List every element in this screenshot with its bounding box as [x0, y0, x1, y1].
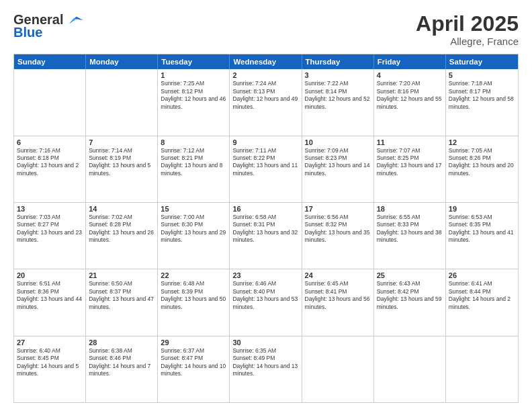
calendar-cell: 20Sunrise: 6:51 AM Sunset: 8:36 PM Dayli… [14, 269, 86, 335]
day-info: Sunrise: 6:53 AM Sunset: 8:35 PM Dayligh… [449, 214, 515, 244]
header-day-sunday: Sunday [14, 54, 86, 69]
page: General Blue April 2025 Allegre, France … [0, 0, 532, 411]
day-number: 26 [449, 271, 515, 279]
day-number: 8 [161, 138, 226, 146]
day-number: 7 [89, 138, 154, 146]
day-info: Sunrise: 6:56 AM Sunset: 8:32 PM Dayligh… [305, 214, 371, 244]
calendar-cell: 29Sunrise: 6:37 AM Sunset: 8:47 PM Dayli… [158, 336, 230, 402]
calendar-cell: 4Sunrise: 7:20 AM Sunset: 8:16 PM Daylig… [374, 69, 446, 135]
header-day-friday: Friday [374, 54, 446, 69]
day-info: Sunrise: 7:05 AM Sunset: 8:26 PM Dayligh… [449, 147, 515, 178]
calendar-cell: 1Sunrise: 7:25 AM Sunset: 8:12 PM Daylig… [158, 69, 230, 135]
day-number: 3 [305, 71, 371, 79]
calendar-cell: 9Sunrise: 7:11 AM Sunset: 8:22 PM Daylig… [230, 136, 302, 202]
calendar-cell: 26Sunrise: 6:41 AM Sunset: 8:44 PM Dayli… [446, 269, 518, 335]
calendar-cell: 16Sunrise: 6:58 AM Sunset: 8:31 PM Dayli… [230, 203, 302, 269]
calendar-week-1: 6Sunrise: 7:16 AM Sunset: 8:18 PM Daylig… [14, 136, 518, 202]
calendar-cell [302, 336, 374, 402]
calendar-cell: 14Sunrise: 7:02 AM Sunset: 8:28 PM Dayli… [86, 203, 158, 269]
day-info: Sunrise: 7:11 AM Sunset: 8:22 PM Dayligh… [232, 147, 298, 178]
calendar-cell: 19Sunrise: 6:53 AM Sunset: 8:35 PM Dayli… [446, 203, 518, 269]
calendar-cell: 11Sunrise: 7:07 AM Sunset: 8:25 PM Dayli… [374, 136, 446, 202]
day-info: Sunrise: 7:25 AM Sunset: 8:12 PM Dayligh… [161, 80, 226, 111]
calendar-cell: 2Sunrise: 7:24 AM Sunset: 8:13 PM Daylig… [230, 69, 302, 135]
day-number: 28 [89, 338, 154, 347]
header-day-tuesday: Tuesday [158, 54, 230, 69]
day-number: 21 [89, 271, 154, 279]
calendar: SundayMondayTuesdayWednesdayThursdayFrid… [13, 54, 519, 403]
day-info: Sunrise: 7:02 AM Sunset: 8:28 PM Dayligh… [89, 214, 154, 244]
calendar-week-2: 13Sunrise: 7:03 AM Sunset: 8:27 PM Dayli… [14, 202, 518, 269]
day-info: Sunrise: 7:07 AM Sunset: 8:25 PM Dayligh… [377, 147, 443, 178]
day-info: Sunrise: 7:03 AM Sunset: 8:27 PM Dayligh… [17, 214, 83, 244]
day-number: 13 [17, 205, 83, 213]
day-number: 27 [17, 338, 83, 347]
day-number: 10 [305, 138, 371, 146]
day-info: Sunrise: 6:40 AM Sunset: 8:45 PM Dayligh… [17, 347, 83, 378]
calendar-cell: 18Sunrise: 6:55 AM Sunset: 8:33 PM Dayli… [374, 203, 446, 269]
header-day-monday: Monday [86, 54, 158, 69]
day-number: 17 [305, 205, 371, 213]
calendar-cell [446, 336, 518, 402]
day-number: 25 [377, 271, 443, 279]
calendar-cell: 22Sunrise: 6:48 AM Sunset: 8:39 PM Dayli… [158, 269, 230, 335]
day-info: Sunrise: 7:16 AM Sunset: 8:18 PM Dayligh… [17, 147, 83, 178]
day-number: 15 [161, 205, 226, 213]
day-info: Sunrise: 7:22 AM Sunset: 8:14 PM Dayligh… [305, 80, 371, 111]
month-title: April 2025 [416, 12, 519, 36]
calendar-cell: 6Sunrise: 7:16 AM Sunset: 8:18 PM Daylig… [14, 136, 86, 202]
day-number: 29 [161, 338, 226, 347]
day-number: 19 [449, 205, 515, 213]
day-number: 5 [449, 71, 515, 79]
calendar-cell [14, 69, 86, 135]
logo-blue: Blue [13, 25, 42, 40]
calendar-header-row: SundayMondayTuesdayWednesdayThursdayFrid… [14, 54, 518, 69]
day-number: 16 [232, 205, 298, 213]
day-info: Sunrise: 7:12 AM Sunset: 8:21 PM Dayligh… [161, 147, 226, 178]
day-number: 30 [232, 338, 298, 347]
day-number: 23 [232, 271, 298, 279]
calendar-cell: 15Sunrise: 7:00 AM Sunset: 8:30 PM Dayli… [158, 203, 230, 269]
calendar-cell: 10Sunrise: 7:09 AM Sunset: 8:23 PM Dayli… [302, 136, 374, 202]
day-info: Sunrise: 6:48 AM Sunset: 8:39 PM Dayligh… [161, 280, 226, 311]
calendar-cell: 17Sunrise: 6:56 AM Sunset: 8:32 PM Dayli… [302, 203, 374, 269]
logo: General Blue [13, 12, 83, 40]
day-info: Sunrise: 6:37 AM Sunset: 8:47 PM Dayligh… [161, 347, 226, 378]
calendar-cell [86, 69, 158, 135]
day-info: Sunrise: 7:14 AM Sunset: 8:19 PM Dayligh… [89, 147, 154, 178]
title-block: April 2025 Allegre, France [416, 12, 519, 47]
day-number: 24 [305, 271, 371, 279]
calendar-cell: 24Sunrise: 6:45 AM Sunset: 8:41 PM Dayli… [302, 269, 374, 335]
day-number: 12 [449, 138, 515, 146]
day-info: Sunrise: 7:20 AM Sunset: 8:16 PM Dayligh… [377, 80, 443, 111]
calendar-cell: 27Sunrise: 6:40 AM Sunset: 8:45 PM Dayli… [14, 336, 86, 402]
day-info: Sunrise: 6:50 AM Sunset: 8:37 PM Dayligh… [89, 280, 154, 311]
calendar-week-0: 1Sunrise: 7:25 AM Sunset: 8:12 PM Daylig… [14, 69, 518, 135]
day-number: 14 [89, 205, 154, 213]
header-day-saturday: Saturday [446, 54, 518, 69]
calendar-cell: 13Sunrise: 7:03 AM Sunset: 8:27 PM Dayli… [14, 203, 86, 269]
day-info: Sunrise: 7:18 AM Sunset: 8:17 PM Dayligh… [449, 80, 515, 111]
calendar-week-3: 20Sunrise: 6:51 AM Sunset: 8:36 PM Dayli… [14, 269, 518, 335]
day-info: Sunrise: 7:00 AM Sunset: 8:30 PM Dayligh… [161, 214, 226, 244]
calendar-cell: 25Sunrise: 6:43 AM Sunset: 8:42 PM Dayli… [374, 269, 446, 335]
day-info: Sunrise: 6:58 AM Sunset: 8:31 PM Dayligh… [232, 214, 298, 244]
day-info: Sunrise: 6:35 AM Sunset: 8:49 PM Dayligh… [232, 347, 298, 378]
day-info: Sunrise: 6:55 AM Sunset: 8:33 PM Dayligh… [377, 214, 443, 244]
calendar-cell: 5Sunrise: 7:18 AM Sunset: 8:17 PM Daylig… [446, 69, 518, 135]
calendar-cell: 28Sunrise: 6:38 AM Sunset: 8:46 PM Dayli… [86, 336, 158, 402]
calendar-cell: 12Sunrise: 7:05 AM Sunset: 8:26 PM Dayli… [446, 136, 518, 202]
calendar-cell: 23Sunrise: 6:46 AM Sunset: 8:40 PM Dayli… [230, 269, 302, 335]
header: General Blue April 2025 Allegre, France [13, 12, 519, 47]
day-number: 2 [232, 71, 298, 79]
calendar-cell: 3Sunrise: 7:22 AM Sunset: 8:14 PM Daylig… [302, 69, 374, 135]
day-info: Sunrise: 6:41 AM Sunset: 8:44 PM Dayligh… [449, 280, 515, 311]
calendar-body: 1Sunrise: 7:25 AM Sunset: 8:12 PM Daylig… [14, 69, 518, 402]
day-info: Sunrise: 6:51 AM Sunset: 8:36 PM Dayligh… [17, 280, 83, 311]
day-info: Sunrise: 6:45 AM Sunset: 8:41 PM Dayligh… [305, 280, 371, 311]
day-number: 20 [17, 271, 83, 279]
calendar-week-4: 27Sunrise: 6:40 AM Sunset: 8:45 PM Dayli… [14, 336, 518, 402]
header-day-wednesday: Wednesday [230, 54, 302, 69]
day-info: Sunrise: 7:24 AM Sunset: 8:13 PM Dayligh… [232, 80, 298, 111]
day-number: 11 [377, 138, 443, 146]
